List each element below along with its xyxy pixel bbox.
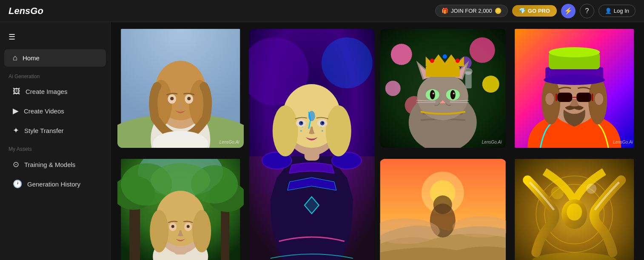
- svg-point-56: [430, 59, 434, 63]
- gallery-item-5[interactable]: LensGo.Ai: [117, 159, 244, 260]
- svg-rect-84: [592, 93, 593, 101]
- svg-point-41: [470, 37, 495, 63]
- discord-icon: ⚡: [564, 7, 573, 15]
- gallery-item-2[interactable]: LensGo.Ai: [249, 29, 375, 260]
- gallery-item-3[interactable]: LensGo.Ai: [380, 29, 506, 148]
- svg-rect-80: [557, 93, 572, 102]
- home-label: Home: [23, 54, 40, 62]
- my-assets-section-label: My Assets: [0, 140, 110, 155]
- sidebar-item-generation-history[interactable]: 🕐 Generation History: [4, 175, 106, 193]
- coin-icon: 🎁: [442, 8, 448, 14]
- logo: LensGo: [9, 6, 43, 17]
- svg-point-104: [171, 225, 174, 228]
- svg-point-43: [385, 81, 401, 96]
- svg-rect-54: [426, 66, 460, 77]
- sidebar-item-training-models[interactable]: ⊙ Training & Models: [4, 155, 106, 173]
- gallery-item-7[interactable]: LensGo.Ai: [511, 159, 638, 260]
- svg-point-85: [545, 93, 554, 105]
- svg-point-11: [187, 97, 191, 100]
- home-icon: ⌂: [13, 54, 17, 62]
- svg-point-64: [453, 93, 455, 94]
- svg-point-118: [551, 187, 564, 199]
- svg-point-38: [322, 122, 323, 124]
- diamond-icon: 💎: [519, 8, 526, 14]
- svg-rect-83: [556, 93, 557, 101]
- header: LensGo 🎁 JOIN FOR 2,000 🪙 💎 GO PRO ⚡ ? 👤…: [0, 0, 644, 22]
- watermark-4: LensGo.Ai: [613, 140, 633, 144]
- training-models-label: Training & Models: [24, 161, 75, 168]
- style-icon: ✦: [13, 126, 19, 135]
- help-button[interactable]: ?: [580, 4, 594, 18]
- join-label: JOIN FOR 2,000: [451, 8, 492, 14]
- discord-button[interactable]: ⚡: [561, 4, 576, 18]
- svg-point-57: [443, 54, 447, 59]
- svg-point-37: [300, 122, 302, 124]
- svg-point-61: [430, 90, 435, 99]
- image-icon: 🖼: [13, 87, 20, 96]
- svg-rect-90: [221, 210, 229, 260]
- svg-rect-89: [129, 201, 140, 260]
- watermark-1: LensGo.Ai: [219, 140, 239, 144]
- svg-point-79: [549, 47, 600, 57]
- login-label: Log In: [614, 8, 629, 14]
- go-pro-button[interactable]: 💎 GO PRO: [512, 5, 557, 17]
- svg-point-32: [321, 130, 323, 132]
- svg-point-100: [150, 210, 168, 252]
- sidebar-item-home[interactable]: ⌂ Home: [4, 49, 106, 67]
- style-transfer-label: Style Transfer: [24, 127, 64, 134]
- gallery-item-4[interactable]: LensGo.Ai: [511, 29, 638, 148]
- svg-point-31: [300, 130, 302, 132]
- create-images-label: Create Images: [26, 88, 67, 95]
- training-icon: ⊙: [13, 160, 19, 169]
- sidebar-item-create-videos[interactable]: ▶ Create Videos: [4, 102, 106, 120]
- svg-point-63: [433, 93, 434, 94]
- user-icon: 👤: [605, 8, 612, 14]
- svg-point-24: [272, 105, 298, 156]
- svg-point-86: [595, 93, 603, 105]
- svg-point-15: [321, 37, 372, 88]
- coin-icon-right: 🪙: [495, 8, 502, 14]
- svg-point-101: [192, 210, 211, 252]
- go-pro-label: GO PRO: [528, 8, 550, 14]
- main-layout: ☰ ⌂ Home Ai Generation 🖼 Create Images ▶…: [0, 22, 644, 260]
- gallery-grid: LensGo.Ai: [117, 29, 637, 260]
- question-icon: ?: [585, 7, 589, 15]
- video-icon: ▶: [13, 106, 19, 116]
- sidebar-item-create-images[interactable]: 🖼 Create Images: [4, 83, 106, 100]
- svg-point-117: [567, 203, 582, 220]
- svg-point-119: [586, 184, 596, 194]
- menu-toggle-button[interactable]: ☰: [0, 29, 110, 48]
- svg-point-25: [325, 105, 351, 156]
- svg-point-26: [308, 111, 315, 121]
- create-videos-label: Create Videos: [24, 107, 64, 115]
- svg-point-40: [391, 44, 412, 65]
- header-actions: 🎁 JOIN FOR 2,000 🪙 💎 GO PRO ⚡ ? 👤 Log In: [435, 4, 635, 18]
- sidebar: ☰ ⌂ Home Ai Generation 🖼 Create Images ▶…: [0, 22, 111, 260]
- history-icon: 🕐: [13, 179, 22, 189]
- sidebar-item-style-transfer[interactable]: ✦ Style Transfer: [4, 122, 106, 139]
- gallery-item-6[interactable]: LensGo.Ai: [380, 159, 506, 260]
- watermark-3: LensGo.Ai: [482, 140, 502, 144]
- gallery-item-1[interactable]: LensGo.Ai: [117, 29, 244, 148]
- generation-history-label: Generation History: [27, 181, 80, 188]
- svg-point-77: [544, 75, 605, 85]
- svg-point-105: [187, 225, 190, 228]
- main-content: LensGo.Ai: [111, 22, 644, 260]
- svg-point-10: [170, 97, 174, 100]
- svg-point-110: [433, 195, 452, 214]
- join-button[interactable]: 🎁 JOIN FOR 2,000 🪙: [435, 5, 508, 17]
- svg-point-58: [456, 59, 460, 63]
- hamburger-icon: ☰: [9, 33, 15, 41]
- svg-point-42: [482, 76, 499, 93]
- ai-generation-section-label: Ai Generation: [0, 68, 110, 82]
- svg-rect-81: [576, 93, 591, 102]
- svg-point-62: [450, 90, 456, 99]
- login-button[interactable]: 👤 Log In: [598, 5, 635, 17]
